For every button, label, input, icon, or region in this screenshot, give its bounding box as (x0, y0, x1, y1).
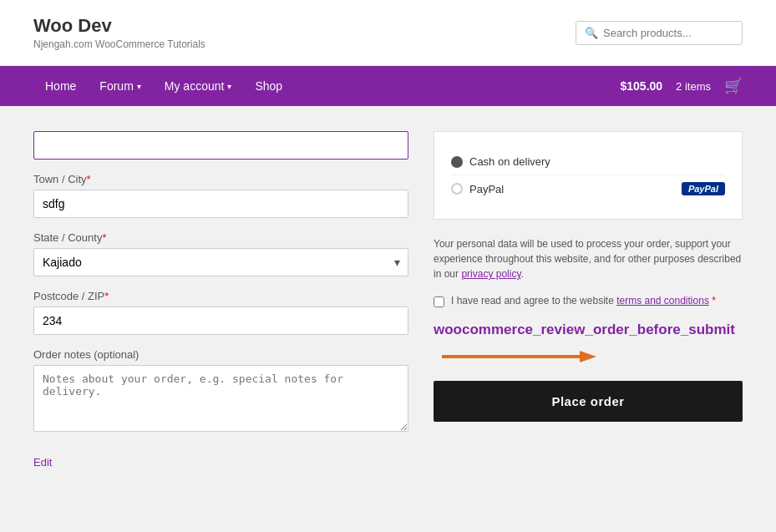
state-label: State / County* (33, 231, 408, 244)
paypal-badge: PayPal (682, 182, 725, 195)
apartment-input[interactable] (33, 131, 408, 160)
svg-marker-1 (580, 351, 596, 362)
state-select-wrapper: Kajiado Nairobi Mombasa ▾ (33, 248, 408, 276)
postcode-label: Postcode / ZIP* (33, 290, 408, 302)
cart-icon[interactable]: 🛒 (724, 77, 743, 95)
payment-option-cod[interactable]: Cash on delivery (451, 149, 725, 175)
arrow-icon (434, 344, 617, 369)
paypal-radio-group: PayPal (451, 183, 504, 195)
state-group: State / County* Kajiado Nairobi Mombasa … (33, 231, 408, 276)
site-nav: Home Forum ▾ My account ▾ Shop $105.00 2… (0, 66, 776, 106)
cod-label: Cash on delivery (469, 155, 550, 168)
search-box[interactable]: 🔍 (576, 21, 743, 45)
search-input[interactable] (603, 27, 733, 39)
nav-shop[interactable]: Shop (243, 66, 294, 106)
notes-group: Order notes (optional) (33, 348, 408, 434)
forum-chevron-icon: ▾ (137, 82, 141, 91)
town-label: Town / City* (33, 173, 408, 185)
nav-left: Home Forum ▾ My account ▾ Shop (33, 66, 294, 106)
left-col: Town / City* State / County* Kajiado Nai… (33, 131, 408, 469)
hook-text: woocommerce_review_order_before_submit (434, 321, 743, 339)
terms-required: * (712, 295, 716, 307)
cod-radio-group: Cash on delivery (451, 155, 550, 168)
postcode-group: Postcode / ZIP* (33, 290, 408, 335)
state-select[interactable]: Kajiado Nairobi Mombasa (33, 248, 408, 276)
state-required: * (102, 231, 106, 244)
apartment-group (33, 131, 408, 160)
terms-row: I have read and agree to the website ter… (434, 295, 743, 307)
place-order-button[interactable]: Place order (434, 381, 743, 422)
site-header: Woo Dev Njengah.com WooCommerce Tutorial… (0, 0, 776, 66)
notes-textarea[interactable] (33, 365, 408, 432)
hook-section: woocommerce_review_order_before_submit (434, 321, 743, 369)
cart-items-count: 2 items (676, 80, 711, 93)
site-branding: Woo Dev Njengah.com WooCommerce Tutorial… (33, 15, 205, 50)
cart-amount: $105.00 (620, 79, 662, 93)
privacy-policy-link[interactable]: privacy policy (461, 268, 520, 280)
terms-checkbox[interactable] (434, 296, 444, 307)
right-col: Cash on delivery PayPal PayPal Your pers… (434, 131, 743, 469)
nav-myaccount[interactable]: My account ▾ (153, 66, 244, 106)
nav-right: $105.00 2 items 🛒 (620, 77, 743, 95)
site-title: Woo Dev (33, 15, 205, 37)
notes-label: Order notes (optional) (33, 348, 408, 361)
paypal-label: PayPal (469, 183, 504, 195)
main-content: Town / City* State / County* Kajiado Nai… (0, 106, 776, 494)
town-group: Town / City* (33, 173, 408, 218)
edit-link[interactable]: Edit (33, 456, 52, 469)
search-icon: 🔍 (585, 27, 598, 39)
nav-home[interactable]: Home (33, 66, 88, 106)
arrow-container (434, 344, 743, 369)
myaccount-chevron-icon: ▾ (227, 82, 231, 91)
postcode-input[interactable] (33, 307, 408, 335)
payment-option-paypal[interactable]: PayPal PayPal (451, 175, 725, 202)
postcode-required: * (104, 290, 109, 302)
terms-text: I have read and agree to the website ter… (451, 295, 716, 307)
nav-forum[interactable]: Forum ▾ (88, 66, 152, 106)
paypal-radio-icon (451, 183, 463, 195)
town-input[interactable] (33, 190, 408, 218)
terms-link[interactable]: terms and conditions (616, 295, 709, 307)
privacy-text: Your personal data will be used to proce… (434, 236, 743, 281)
cod-radio-icon (451, 156, 463, 168)
payment-section: Cash on delivery PayPal PayPal (434, 131, 743, 220)
site-tagline: Njengah.com WooCommerce Tutorials (33, 38, 205, 50)
town-required: * (87, 173, 91, 185)
